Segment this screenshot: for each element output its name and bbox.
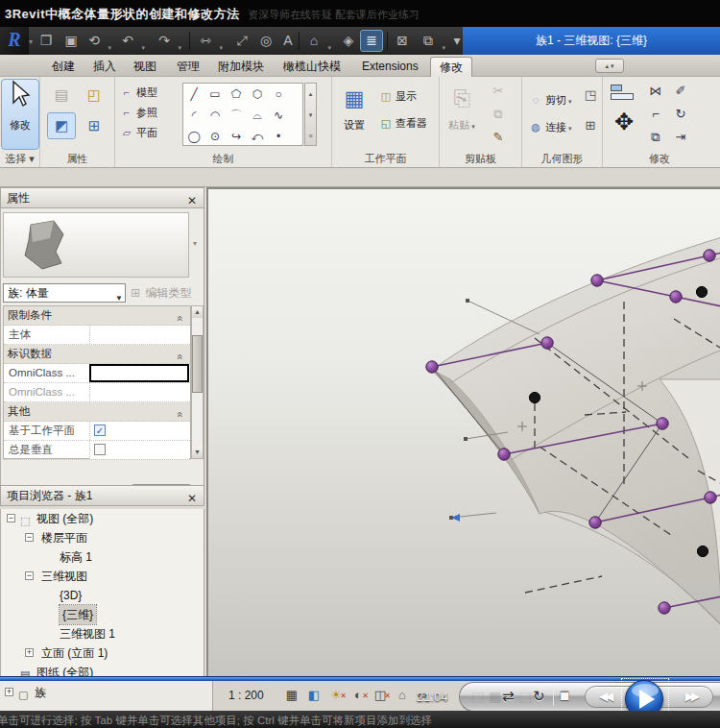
scroll-up-icon[interactable]: ▲ xyxy=(192,306,203,318)
modify-tool-button[interactable]: 修改 xyxy=(2,80,38,149)
tab-橄榄山快模[interactable]: 橄榄山快模 xyxy=(275,57,349,77)
clipboard-panel-label[interactable]: 剪贴板 xyxy=(440,152,521,166)
draw-tool-5-icon[interactable]: ○ xyxy=(268,84,289,105)
draw-tool-4-icon[interactable]: ⬡ xyxy=(247,84,268,105)
undo-icon[interactable]: ↶▾ xyxy=(117,31,138,51)
preview-expander-icon[interactable]: ▾ xyxy=(193,239,197,248)
view-scale[interactable]: 1 : 200 xyxy=(228,689,264,702)
properties-panel-label[interactable]: 属性 xyxy=(40,152,114,166)
properties-palette-header[interactable]: 属性 ✕ xyxy=(0,187,204,208)
prop-value[interactable]: ✓ xyxy=(89,422,189,440)
draw-tool-3-icon[interactable]: ⬠ xyxy=(226,84,247,105)
tab-附加模块[interactable]: 附加模块 xyxy=(209,57,273,77)
ribbon-state-toggle[interactable]: ▴ ▾ xyxy=(595,59,624,73)
join-geometry-button[interactable]: ◍连接▾ xyxy=(528,119,572,134)
prop-value[interactable] xyxy=(89,441,189,459)
tree-expander-icon[interactable]: + xyxy=(5,688,13,696)
tree-item-{3D}[interactable]: {3D} xyxy=(1,586,204,605)
draw-tool-15-icon[interactable]: • xyxy=(268,126,289,147)
family-category-icon[interactable]: ▤ xyxy=(48,83,75,108)
match-properties-icon[interactable]: ✎ xyxy=(490,129,507,146)
unlocked-view-icon[interactable]: ⌂ xyxy=(393,687,412,704)
draw-tool-2-icon[interactable]: ▭ xyxy=(204,84,226,105)
text-icon[interactable]: A xyxy=(277,31,299,51)
modify-tool-2-icon[interactable]: ✐ xyxy=(672,83,689,100)
void-icon[interactable]: ⊞ xyxy=(582,117,599,134)
prop-row-OmniClass ...[interactable]: OmniClass ... xyxy=(4,383,190,402)
redo-icon[interactable]: ↷▾ xyxy=(154,31,175,51)
prop-value[interactable] xyxy=(89,364,189,382)
draw-tool-1-icon[interactable]: ╱ xyxy=(183,84,204,105)
workplane-panel-label[interactable]: 工作平面 xyxy=(332,152,439,166)
modify-tool-5-icon[interactable]: ⧉ xyxy=(647,129,664,146)
open-icon[interactable]: ❐ xyxy=(36,31,57,51)
default-3d-view-icon[interactable]: ⌂▾ xyxy=(303,31,324,51)
modify-tool-3-icon[interactable]: ⌐ xyxy=(647,106,664,123)
gallery-scroll-buttons[interactable]: ▴▾≡ xyxy=(304,83,317,146)
scrollbar-thumb[interactable] xyxy=(192,335,203,393)
switch-windows-icon[interactable]: ⧉▾ xyxy=(418,31,439,51)
scroll-down-icon[interactable]: ▼ xyxy=(192,447,203,458)
tree-item-楼层平面[interactable]: −楼层平面 xyxy=(1,528,204,547)
fast-forward-button[interactable]: ▶▶ xyxy=(685,690,697,703)
prop-row-OmniClass ...[interactable]: OmniClass ... xyxy=(4,364,190,383)
gallery-scroll-3[interactable]: ≡ xyxy=(305,126,316,147)
prop-row-基于工作平面[interactable]: 基于工作平面✓ xyxy=(4,422,190,441)
tree-item-视图 (全部)[interactable]: −⬚视图 (全部) xyxy=(1,509,204,528)
show-workplane-button[interactable]: ◫显示 xyxy=(378,88,417,104)
tree-item-{三维}[interactable]: {三维} xyxy=(1,605,204,624)
prop-section-其他[interactable]: 其他« xyxy=(4,402,190,422)
drawing-area[interactable] xyxy=(206,187,720,678)
sun-path-icon[interactable]: ☀✕ xyxy=(326,687,346,704)
cut-icon[interactable]: ✂ xyxy=(490,83,507,100)
move-icon[interactable]: ✥ xyxy=(612,113,636,136)
prop-value[interactable] xyxy=(89,383,189,401)
rendering-icon[interactable]: ◫✕ xyxy=(371,687,390,704)
close-properties-icon[interactable]: ✕ xyxy=(185,191,199,210)
modify-tool-1-icon[interactable]: ⋈ xyxy=(647,83,664,100)
tag-icon[interactable]: ◎ xyxy=(255,31,276,51)
tab-管理[interactable]: 管理 xyxy=(168,57,208,77)
tab-修改[interactable]: 修改 xyxy=(430,57,472,77)
draw-tool-6-icon[interactable]: ◜ xyxy=(183,105,204,126)
section-icon[interactable]: ◈ xyxy=(338,31,359,51)
prop-row-主体[interactable]: 主体 xyxy=(4,326,190,345)
draw-tool-13-icon[interactable]: ↪ xyxy=(226,126,247,147)
tab-Extensions[interactable]: Extensions xyxy=(353,57,427,77)
type-properties-icon[interactable]: ⊞ xyxy=(81,113,108,138)
tree-item-三维视图[interactable]: −三维视图 xyxy=(1,567,204,586)
tab-创建[interactable]: 创建 xyxy=(43,57,84,77)
cut-geometry-button[interactable]: ◌剪切▾ xyxy=(528,92,572,108)
prop-row-总是垂直[interactable]: 总是垂直 xyxy=(4,441,190,460)
checkbox-基于工作平面[interactable]: ✓ xyxy=(94,425,106,436)
gallery-scroll-2[interactable]: ▾ xyxy=(305,105,316,126)
tree-item-三维视图 1[interactable]: 三维视图 1 xyxy=(1,624,204,643)
properties-palette-icon[interactable]: ◩ xyxy=(48,113,75,138)
sync-icon[interactable]: ⟲▾ xyxy=(84,31,105,51)
tree-item-立面 (立面 1)[interactable]: +立面 (立面 1) xyxy=(1,643,204,663)
edit-type-button[interactable]: ⊞ 编辑类型 xyxy=(131,283,204,303)
close-browser-icon[interactable]: ✕ xyxy=(185,489,199,508)
shadows-icon[interactable]: ◐✕ xyxy=(348,687,368,704)
shuffle-button[interactable]: ⇄ xyxy=(502,688,515,705)
draw-tool-7-icon[interactable]: ◠ xyxy=(204,105,226,126)
draw-tool-12-icon[interactable]: ⊙ xyxy=(204,126,226,147)
set-workplane-button[interactable]: ▦ 设置 xyxy=(336,80,372,149)
rewind-button[interactable]: ◀◀ xyxy=(599,690,611,703)
close-hidden-windows-icon[interactable]: ⊠ xyxy=(392,31,413,51)
copy-icon[interactable]: ⧉ xyxy=(490,106,507,123)
draw-panel-label[interactable]: 绘制 xyxy=(115,152,331,166)
draw-tool-8-icon[interactable]: ⌒ xyxy=(226,105,247,126)
tab-视图[interactable]: 视图 xyxy=(125,57,165,77)
stop-button[interactable]: ■ xyxy=(560,687,569,706)
project-browser-header[interactable]: 项目浏览器 - 族1 ✕ xyxy=(0,485,204,506)
paste-button[interactable]: ⎘ 粘贴▾ xyxy=(444,80,480,149)
type-selector-dropdown[interactable]: 族: 体量 ▼ xyxy=(3,283,126,303)
thin-lines-icon[interactable]: ≣ xyxy=(361,31,382,51)
workplane-viewer-button[interactable]: ◱查看器 xyxy=(378,115,427,131)
tree-expander-icon[interactable]: − xyxy=(25,571,34,580)
visual-style-icon[interactable]: ◧ xyxy=(304,687,324,704)
revit-app-button[interactable]: R xyxy=(0,27,29,55)
tree-expander-icon[interactable]: − xyxy=(25,533,34,542)
prop-section-限制条件[interactable]: 限制条件« xyxy=(4,306,190,326)
